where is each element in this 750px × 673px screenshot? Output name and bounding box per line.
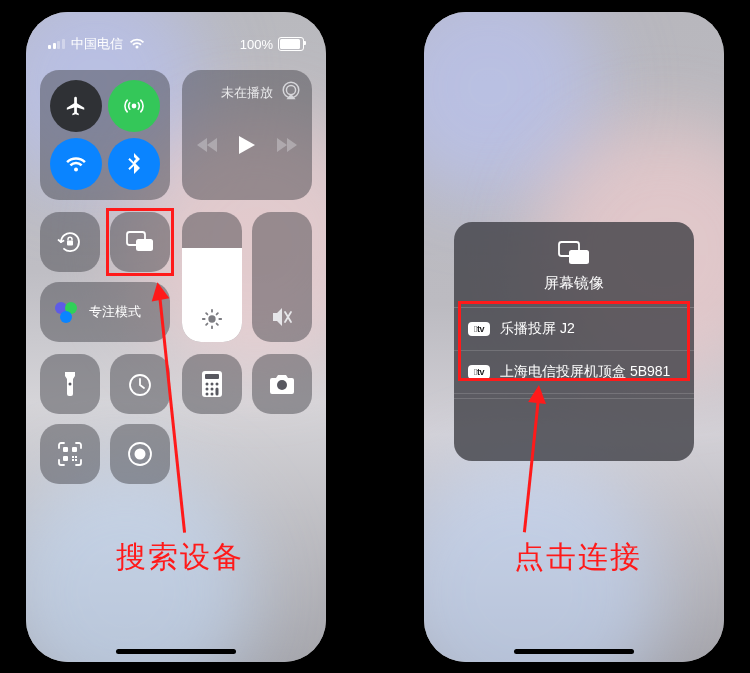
prev-track-icon[interactable] xyxy=(197,138,217,152)
antenna-icon xyxy=(122,94,146,118)
svg-point-10 xyxy=(69,383,72,386)
annotation-caption-left: 搜索设备 xyxy=(116,537,244,578)
svg-point-2 xyxy=(286,86,295,95)
flashlight-button[interactable] xyxy=(40,354,100,414)
volume-slider[interactable] xyxy=(252,212,312,342)
timer-button[interactable] xyxy=(110,354,170,414)
sun-icon xyxy=(201,308,223,330)
next-track-icon[interactable] xyxy=(277,138,297,152)
screen-mirror-icon xyxy=(557,240,591,266)
svg-rect-23 xyxy=(63,447,68,452)
battery-icon xyxy=(278,37,304,51)
svg-rect-27 xyxy=(75,456,77,458)
svg-rect-3 xyxy=(67,241,73,246)
svg-point-22 xyxy=(277,380,287,390)
play-icon[interactable] xyxy=(239,136,255,154)
home-indicator[interactable] xyxy=(514,649,634,654)
annotation-caption-right: 点击连接 xyxy=(514,537,642,578)
svg-point-16 xyxy=(216,383,219,386)
signal-bars-icon xyxy=(48,39,65,49)
bluetooth-button[interactable] xyxy=(108,138,160,190)
annotation-highlight-box xyxy=(458,301,690,381)
connectivity-module xyxy=(40,70,170,200)
home-indicator[interactable] xyxy=(116,649,236,654)
wifi-icon xyxy=(64,154,88,174)
orientation-lock-icon xyxy=(56,228,84,256)
screen-record-button[interactable] xyxy=(110,424,170,484)
airplay-icon[interactable] xyxy=(280,80,302,102)
camera-button[interactable] xyxy=(252,354,312,414)
svg-point-19 xyxy=(206,393,209,396)
svg-point-14 xyxy=(206,383,209,386)
bluetooth-icon xyxy=(127,153,141,175)
svg-point-9 xyxy=(208,315,215,322)
wifi-icon xyxy=(129,38,145,50)
svg-point-18 xyxy=(211,388,214,391)
svg-rect-21 xyxy=(216,388,219,396)
svg-rect-13 xyxy=(205,374,219,379)
svg-point-8 xyxy=(60,311,72,323)
moon-icon xyxy=(52,298,80,326)
svg-rect-24 xyxy=(72,447,77,452)
qr-scan-button[interactable] xyxy=(40,424,100,484)
svg-point-17 xyxy=(206,388,209,391)
svg-point-31 xyxy=(135,449,146,460)
svg-rect-33 xyxy=(569,250,589,264)
carrier-label: 中国电信 xyxy=(71,35,123,53)
timer-icon xyxy=(127,371,153,397)
wifi-button[interactable] xyxy=(50,138,102,190)
svg-rect-26 xyxy=(72,456,74,458)
brightness-slider[interactable] xyxy=(182,212,242,342)
volume-mute-icon xyxy=(270,306,294,328)
qr-icon xyxy=(57,441,83,467)
phone-left-control-center: 中国电信 100% xyxy=(26,12,326,662)
focus-label: 专注模式 xyxy=(89,303,141,321)
svg-rect-29 xyxy=(75,459,77,461)
cellular-data-button[interactable] xyxy=(108,80,160,132)
media-module[interactable]: 未在播放 xyxy=(182,70,312,200)
airplane-icon xyxy=(65,95,87,117)
screen-mirror-title: 屏幕镜像 xyxy=(544,274,604,293)
svg-point-0 xyxy=(132,104,135,107)
svg-point-20 xyxy=(211,393,214,396)
phone-right-screen-mirror: 屏幕镜像 tv 乐播投屏 J2 tv 上海电信投屏机顶盒 5B981 点击连… xyxy=(424,12,724,662)
record-icon xyxy=(127,441,153,467)
battery-pct: 100% xyxy=(240,37,273,52)
annotation-highlight-box xyxy=(106,208,174,276)
svg-point-15 xyxy=(211,383,214,386)
flashlight-icon xyxy=(63,370,77,398)
orientation-lock-button[interactable] xyxy=(40,212,100,272)
calculator-icon xyxy=(201,370,223,398)
camera-icon xyxy=(268,373,296,395)
calculator-button[interactable] xyxy=(182,354,242,414)
svg-rect-28 xyxy=(72,459,74,461)
airplane-mode-button[interactable] xyxy=(50,80,102,132)
svg-rect-25 xyxy=(63,456,68,461)
status-bar: 中国电信 100% xyxy=(26,34,326,54)
